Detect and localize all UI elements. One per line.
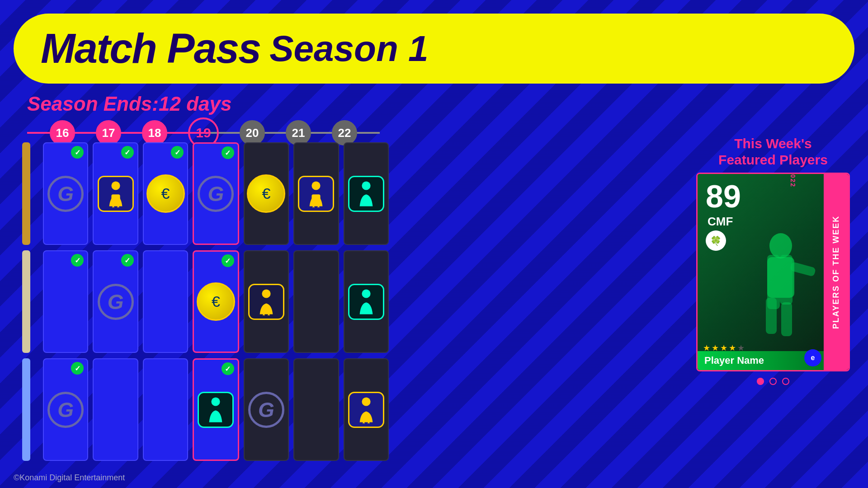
player-icon: ★★ [248, 284, 284, 320]
cell-2-3[interactable] [143, 250, 188, 353]
cell-3-7: ★★ [344, 358, 389, 461]
g-icon: G [248, 392, 284, 428]
cell-3-1[interactable]: ✓ G [43, 358, 88, 461]
copyright-text: ©Konami Digital Entertainment [14, 473, 125, 483]
grid-row-2: ✓ ✓ G ✓ € ★★ [14, 250, 389, 353]
stars: ★★ [99, 204, 132, 209]
g-icon: G [98, 284, 134, 320]
cell-1-7 [344, 142, 389, 245]
club-logo: 🍀 [706, 230, 726, 251]
card-overlay: 89 CMF 🍀 PLAYERS OF THE WE [698, 174, 824, 370]
stars: ★★ [349, 420, 383, 425]
player-card[interactable]: 89 CMF 🍀 PLAYERS OF THE WE [696, 173, 850, 371]
check-badge: ✓ [222, 254, 234, 267]
check-badge: ✓ [121, 146, 134, 159]
cell-1-6: ★★ [293, 142, 339, 245]
player-rating: 89 [706, 181, 741, 212]
grid-row-3: ✓ G ✓ G [14, 358, 389, 461]
carousel-dot-1[interactable] [757, 378, 764, 385]
cell-2-1[interactable]: ✓ [43, 250, 88, 353]
row-label-gold [14, 142, 38, 245]
row-label-blue [14, 358, 38, 461]
cell-3-6 [293, 358, 339, 461]
g-icon: G [47, 176, 84, 212]
player-teal-icon [198, 392, 234, 428]
cell-2-7 [344, 250, 389, 353]
svg-point-6 [362, 289, 370, 298]
g-icon: G [198, 176, 234, 212]
cell-3-5: G [244, 358, 289, 461]
player-icon: ★★ [348, 392, 384, 428]
check-badge: ✓ [121, 254, 134, 267]
cell-3-4[interactable]: ✓ [193, 358, 239, 461]
coin-icon: € [146, 174, 185, 213]
banner-title: Match Pass [41, 25, 260, 72]
cell-1-5: € [244, 142, 289, 245]
carousel-dot-3[interactable] [782, 378, 789, 385]
cell-3-2[interactable] [93, 358, 138, 461]
svg-rect-12 [780, 255, 793, 305]
day-21[interactable]: 21 [286, 120, 311, 145]
top-banner: Match Pass Season 1 [14, 14, 854, 84]
svg-rect-13 [766, 298, 777, 334]
check-badge: ✓ [71, 146, 84, 159]
cell-2-5: ★★ [244, 250, 289, 353]
coin-icon: € [197, 282, 235, 321]
cell-1-1[interactable]: ✓ G [43, 142, 88, 245]
check-badge: ✓ [71, 362, 84, 375]
cell-1-4[interactable]: ✓ G [193, 142, 239, 245]
ekonami-logo: e [804, 349, 821, 366]
svg-point-0 [111, 181, 120, 190]
banner-season: Season 1 [269, 28, 428, 70]
cell-1-2[interactable]: ✓ ★★ [93, 142, 138, 245]
cell-1-3[interactable]: ✓ € [143, 142, 188, 245]
stars: ★★ [250, 312, 283, 317]
featured-players-panel: This Week'sFeatured Players 89 CMF 🍀 [692, 136, 854, 465]
player-icon: ★★ [298, 176, 334, 212]
svg-rect-1 [111, 194, 120, 202]
player-teal-icon [348, 176, 384, 212]
day-16[interactable]: 16 [50, 120, 75, 145]
cell-3-3[interactable] [143, 358, 188, 461]
carousel-dots [757, 378, 789, 385]
svg-point-5 [262, 289, 270, 298]
day-18[interactable]: 18 [142, 120, 167, 145]
cell-2-6 [293, 250, 339, 353]
featured-title: This Week'sFeatured Players [718, 136, 828, 168]
cell-2-2[interactable]: ✓ G [93, 250, 138, 353]
coin-icon: € [247, 174, 285, 213]
svg-point-2 [312, 181, 321, 190]
day-22[interactable]: 22 [332, 120, 357, 145]
svg-point-4 [362, 181, 370, 190]
check-badge: ✓ [171, 146, 184, 159]
check-badge: ✓ [71, 254, 84, 267]
player-icon: ★★ [98, 176, 134, 212]
check-badge: ✓ [222, 362, 234, 375]
player-teal-icon [348, 284, 384, 320]
svg-rect-14 [781, 302, 792, 336]
day-20[interactable]: 20 [240, 120, 265, 145]
svg-point-9 [769, 233, 792, 258]
day-17[interactable]: 17 [96, 120, 121, 145]
row-label-silver [14, 250, 38, 353]
player-stars: ★ ★ ★ ★ ★ [703, 343, 745, 353]
g-icon: G [47, 392, 84, 428]
cell-2-4[interactable]: ✓ € [193, 250, 239, 353]
svg-point-7 [212, 397, 220, 406]
player-position: CMF [708, 215, 733, 229]
potw-text: PLAYERS OF THE WEEK 2021-2022 [789, 174, 797, 188]
svg-point-8 [362, 397, 370, 406]
player-silhouette [742, 228, 819, 354]
reward-grid: ✓ G ✓ ★★ ✓ € ✓ G [14, 142, 389, 461]
svg-rect-3 [312, 194, 321, 202]
grid-row-1: ✓ G ✓ ★★ ✓ € ✓ G [14, 142, 389, 245]
week-banner: PLAYERS OF THE WEEK [824, 174, 849, 370]
check-badge: ✓ [222, 146, 234, 159]
season-ends-label: Season Ends:12 days [27, 93, 231, 115]
stars: ★★ [299, 204, 333, 209]
carousel-dot-2[interactable] [769, 378, 777, 385]
